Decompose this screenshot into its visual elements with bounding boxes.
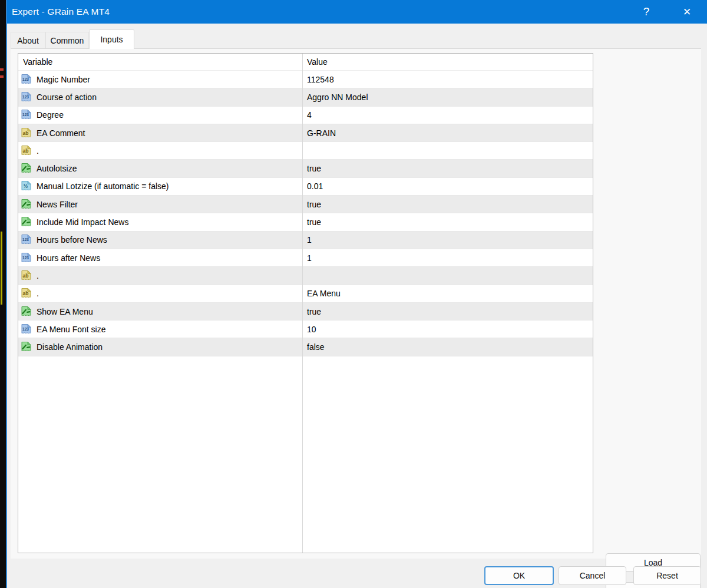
param-variable: News Filter [37, 200, 78, 209]
param-variable: Manual Lotzize (if automatic = false) [37, 181, 169, 191]
bool-icon [20, 163, 32, 174]
params-table-body: 123Magic Number112548123Course of action… [18, 71, 593, 356]
param-value[interactable]: 4 [302, 110, 312, 120]
chart-red-tick [0, 75, 4, 78]
param-variable-cell: 123Degree [18, 109, 302, 121]
param-value[interactable]: false [302, 342, 325, 352]
svg-text:123: 123 [22, 237, 29, 242]
param-row[interactable]: 123EA Menu Font size10 [18, 321, 593, 338]
param-variable-cell: 123Magic Number [18, 74, 302, 85]
tab-about[interactable]: About [11, 32, 45, 48]
param-row[interactable]: 123Hours after News1 [18, 249, 593, 267]
param-row[interactable]: ½Manual Lotzize (if automatic = false)0.… [18, 178, 593, 196]
param-variable: Degree [37, 110, 64, 120]
param-row[interactable]: 123Hours before News1 [18, 232, 593, 249]
params-table: Variable Value 123Magic Number112548123C… [18, 53, 593, 553]
cancel-button[interactable]: Cancel [559, 566, 626, 585]
param-value[interactable]: true [302, 164, 321, 173]
svg-text:ab: ab [23, 290, 29, 296]
window-title: Expert - GRain EA MT4 [12, 6, 110, 17]
param-row[interactable]: ab. [18, 267, 593, 285]
param-row[interactable]: Show EA Menutrue [18, 303, 593, 321]
number-icon: 123 [20, 323, 32, 335]
param-value[interactable]: true [302, 200, 321, 209]
param-row[interactable]: Disable Animationfalse [18, 338, 593, 356]
svg-text:ab: ab [23, 147, 29, 153]
param-row[interactable]: 123Magic Number112548 [18, 71, 593, 88]
param-row[interactable]: ab. [18, 142, 593, 160]
param-variable: Autolotsize [37, 164, 77, 173]
param-row[interactable]: News Filtertrue [18, 196, 593, 213]
param-value[interactable]: EA Menu [302, 289, 341, 298]
param-variable: Magic Number [37, 75, 90, 84]
param-value[interactable]: 0.01 [302, 181, 323, 191]
text-icon: ab [20, 127, 32, 139]
close-button[interactable]: ✕ [675, 0, 699, 24]
param-value[interactable]: 1 [302, 235, 312, 245]
text-icon: ab [20, 145, 32, 157]
titlebar: Expert - GRain EA MT4 ? ✕ [6, 0, 707, 24]
dialog-left-border [6, 0, 7, 588]
param-value[interactable]: 112548 [302, 75, 334, 84]
param-row[interactable]: Autolotsizetrue [18, 160, 593, 177]
param-variable-cell: Autolotsize [18, 163, 302, 174]
param-variable: . [37, 146, 39, 156]
column-divider [302, 54, 303, 553]
param-value[interactable]: true [302, 217, 321, 227]
text-icon: ab [20, 288, 32, 299]
chart-red-tick [0, 68, 4, 71]
param-variable: Disable Animation [37, 342, 103, 352]
param-row[interactable]: abEA CommentG-RAIN [18, 124, 593, 142]
param-value[interactable]: G-RAIN [302, 128, 336, 138]
param-variable-cell: Disable Animation [18, 341, 302, 353]
param-row[interactable]: 123Course of actionAggro NN Model [18, 88, 593, 106]
tab-common[interactable]: Common [45, 32, 89, 48]
screen: Expert - GRain EA MT4 ? ✕ About Common I… [0, 0, 707, 588]
svg-text:123: 123 [22, 95, 29, 99]
param-variable: Include Mid Impact News [37, 217, 128, 227]
param-variable-cell: 123Hours before News [18, 234, 302, 246]
param-variable-cell: 123Hours after News [18, 252, 302, 264]
number-icon: 123 [20, 91, 32, 103]
bool-icon [20, 306, 32, 318]
param-variable-cell: 123Course of action [18, 91, 302, 103]
svg-text:ab: ab [23, 130, 29, 136]
param-variable: . [37, 271, 39, 280]
param-row[interactable]: 123Degree4 [18, 107, 593, 124]
tab-inputs[interactable]: Inputs [89, 29, 134, 49]
param-variable: . [37, 289, 39, 298]
param-value[interactable]: 1 [302, 253, 312, 263]
help-icon: ? [643, 5, 650, 18]
param-variable-cell: ab. [18, 288, 302, 299]
param-variable: EA Menu Font size [37, 325, 106, 334]
svg-text:123: 123 [22, 113, 29, 117]
value-column-header: Value [302, 57, 328, 67]
close-icon: ✕ [683, 6, 691, 18]
svg-text:123: 123 [22, 327, 29, 331]
param-variable: Hours before News [37, 235, 107, 245]
bool-icon [20, 341, 32, 353]
param-variable: Course of action [37, 93, 97, 102]
help-button[interactable]: ? [634, 0, 659, 24]
param-variable-cell: News Filter [18, 199, 302, 210]
inputs-tab-panel: Variable Value 123Magic Number112548123C… [11, 48, 701, 559]
reset-button[interactable]: Reset [633, 566, 701, 585]
param-row[interactable]: ab.EA Menu [18, 285, 593, 303]
param-variable-cell: 123EA Menu Font size [18, 323, 302, 335]
param-variable: Show EA Menu [37, 307, 93, 316]
double-icon: ½ [20, 180, 32, 192]
param-value[interactable]: Aggro NN Model [302, 93, 368, 102]
param-variable: Hours after News [37, 253, 100, 263]
background-app-edge [0, 0, 6, 588]
svg-text:ab: ab [23, 272, 29, 278]
param-value[interactable]: true [302, 307, 321, 316]
param-variable-cell: abEA Comment [18, 127, 302, 139]
svg-text:½: ½ [24, 183, 28, 189]
param-value[interactable]: 10 [302, 325, 316, 334]
bool-icon [20, 199, 32, 210]
ok-button[interactable]: OK [484, 566, 554, 585]
param-row[interactable]: Include Mid Impact Newstrue [18, 213, 593, 231]
expert-properties-dialog: Expert - GRain EA MT4 ? ✕ About Common I… [6, 0, 707, 588]
param-variable-cell: Show EA Menu [18, 306, 302, 318]
param-variable: EA Comment [37, 128, 85, 138]
